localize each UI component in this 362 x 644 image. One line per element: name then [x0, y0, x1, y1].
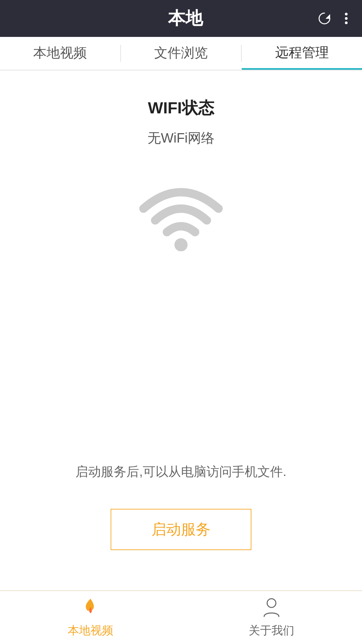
svg-point-0 — [345, 13, 348, 15]
bottom-nav-about-us[interactable]: 关于我们 — [181, 591, 362, 644]
svg-point-1 — [345, 17, 348, 20]
svg-point-2 — [345, 21, 348, 24]
wifi-no-network-text: 无WiFi网络 — [147, 129, 215, 147]
bottom-nav-local-video-label: 本地视频 — [68, 623, 113, 638]
tab-local-video[interactable]: 本地视频 — [0, 37, 120, 70]
refresh-button[interactable] — [317, 11, 332, 26]
bottom-nav: 本地视频 关于我们 — [0, 590, 362, 644]
more-options-button[interactable] — [344, 11, 349, 26]
page-title: 本地 — [54, 7, 317, 30]
tab-file-browser[interactable]: 文件浏览 — [121, 37, 241, 70]
main-content: WIFI状态 无WiFi网络 启动服务后,可以从电脑访问手机文件. 启动服务 — [0, 70, 362, 590]
svg-point-4 — [267, 599, 276, 607]
wifi-status-title: WIFI状态 — [148, 97, 214, 119]
tab-remote-manage[interactable]: 远程管理 — [242, 37, 362, 70]
bottom-nav-local-video[interactable]: 本地视频 — [0, 591, 181, 644]
tab-bar: 本地视频 文件浏览 远程管理 — [0, 37, 362, 70]
bottom-nav-about-us-label: 关于我们 — [249, 623, 294, 638]
wifi-icon — [134, 171, 228, 253]
svg-point-3 — [174, 238, 187, 251]
start-service-button[interactable]: 启动服务 — [111, 509, 251, 550]
service-info-text: 启动服务后,可以从电脑访问手机文件. — [75, 462, 286, 482]
top-bar-actions — [317, 11, 349, 26]
top-bar: 本地 — [0, 0, 362, 37]
